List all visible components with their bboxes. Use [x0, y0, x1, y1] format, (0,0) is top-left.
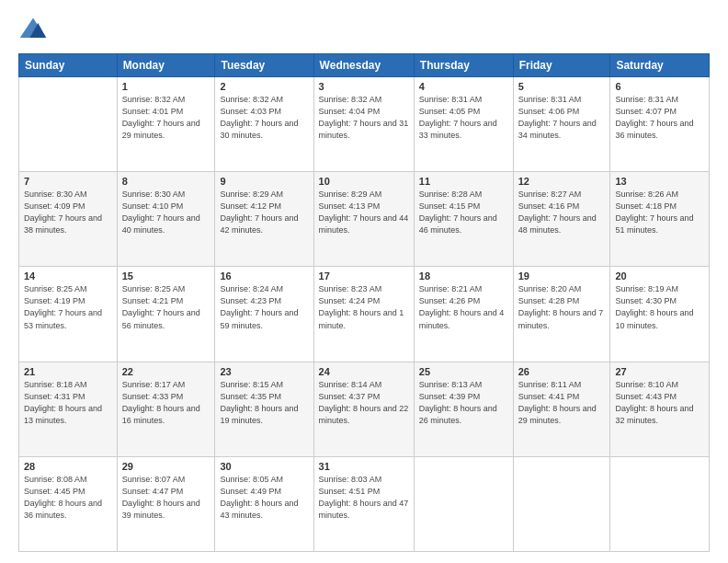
logo-icon: [18, 15, 48, 44]
day-info: Sunrise: 8:08 AMSunset: 4:45 PMDaylight:…: [24, 474, 112, 522]
weekday-header: Tuesday: [215, 54, 313, 77]
day-info: Sunrise: 8:30 AMSunset: 4:09 PMDaylight:…: [24, 189, 112, 236]
day-info: Sunrise: 8:03 AMSunset: 4:51 PMDaylight:…: [319, 474, 409, 522]
day-number: 10: [319, 176, 409, 187]
day-number: 5: [518, 81, 606, 92]
calendar-cell: 6Sunrise: 8:31 AMSunset: 4:07 PMDaylight…: [610, 77, 710, 172]
day-info: Sunrise: 8:11 AMSunset: 4:41 PMDaylight:…: [518, 379, 606, 427]
day-number: 11: [419, 176, 508, 187]
calendar-cell: 5Sunrise: 8:31 AMSunset: 4:06 PMDaylight…: [513, 77, 610, 172]
day-number: 4: [419, 81, 508, 92]
calendar-cell: [19, 77, 118, 172]
day-info: Sunrise: 8:31 AMSunset: 4:06 PMDaylight:…: [518, 94, 606, 142]
day-info: Sunrise: 8:30 AMSunset: 4:10 PMDaylight:…: [122, 189, 210, 236]
day-number: 12: [518, 176, 606, 187]
day-number: 30: [220, 461, 308, 472]
weekday-header: Thursday: [414, 54, 513, 77]
calendar-cell: [414, 456, 513, 551]
day-number: 9: [220, 176, 308, 187]
day-number: 2: [220, 81, 308, 92]
calendar-cell: 27Sunrise: 8:10 AMSunset: 4:43 PMDayligh…: [610, 362, 710, 456]
calendar-cell: 15Sunrise: 8:25 AMSunset: 4:21 PMDayligh…: [117, 267, 215, 362]
day-info: Sunrise: 8:13 AMSunset: 4:39 PMDaylight:…: [419, 379, 508, 427]
calendar-table: SundayMondayTuesdayWednesdayThursdayFrid…: [18, 53, 710, 552]
day-info: Sunrise: 8:29 AMSunset: 4:12 PMDaylight:…: [220, 189, 308, 236]
calendar-cell: 10Sunrise: 8:29 AMSunset: 4:13 PMDayligh…: [313, 172, 414, 267]
day-number: 8: [122, 176, 210, 187]
day-number: 27: [615, 366, 704, 377]
calendar-cell: 4Sunrise: 8:31 AMSunset: 4:05 PMDaylight…: [414, 77, 513, 172]
day-number: 25: [419, 366, 508, 377]
calendar-cell: 17Sunrise: 8:23 AMSunset: 4:24 PMDayligh…: [313, 267, 414, 362]
day-number: 18: [419, 270, 508, 282]
day-info: Sunrise: 8:32 AMSunset: 4:01 PMDaylight:…: [122, 94, 210, 142]
logo: [18, 15, 51, 44]
day-number: 15: [122, 270, 210, 282]
calendar-week-row: 14Sunrise: 8:25 AMSunset: 4:19 PMDayligh…: [19, 267, 710, 362]
calendar-week-row: 28Sunrise: 8:08 AMSunset: 4:45 PMDayligh…: [19, 456, 710, 551]
calendar-cell: 16Sunrise: 8:24 AMSunset: 4:23 PMDayligh…: [215, 267, 313, 362]
calendar-cell: 31Sunrise: 8:03 AMSunset: 4:51 PMDayligh…: [313, 456, 414, 551]
calendar-cell: 19Sunrise: 8:20 AMSunset: 4:28 PMDayligh…: [513, 267, 610, 362]
calendar-cell: 12Sunrise: 8:27 AMSunset: 4:16 PMDayligh…: [513, 172, 610, 267]
day-info: Sunrise: 8:23 AMSunset: 4:24 PMDaylight:…: [319, 283, 409, 331]
day-info: Sunrise: 8:10 AMSunset: 4:43 PMDaylight:…: [615, 379, 704, 427]
day-number: 13: [615, 176, 704, 187]
day-info: Sunrise: 8:25 AMSunset: 4:19 PMDaylight:…: [24, 283, 112, 331]
day-info: Sunrise: 8:19 AMSunset: 4:30 PMDaylight:…: [615, 283, 704, 331]
calendar-cell: 24Sunrise: 8:14 AMSunset: 4:37 PMDayligh…: [313, 362, 414, 456]
day-number: 23: [220, 366, 308, 377]
day-number: 14: [24, 270, 112, 282]
calendar-cell: 2Sunrise: 8:32 AMSunset: 4:03 PMDaylight…: [215, 77, 313, 172]
calendar-week-row: 1Sunrise: 8:32 AMSunset: 4:01 PMDaylight…: [19, 77, 710, 172]
calendar-cell: 9Sunrise: 8:29 AMSunset: 4:12 PMDaylight…: [215, 172, 313, 267]
calendar-body: 1Sunrise: 8:32 AMSunset: 4:01 PMDaylight…: [19, 77, 710, 552]
day-info: Sunrise: 8:31 AMSunset: 4:07 PMDaylight:…: [615, 94, 704, 142]
weekday-header: Sunday: [19, 54, 118, 77]
calendar-cell: 11Sunrise: 8:28 AMSunset: 4:15 PMDayligh…: [414, 172, 513, 267]
day-number: 28: [24, 461, 112, 472]
day-info: Sunrise: 8:31 AMSunset: 4:05 PMDaylight:…: [419, 94, 508, 142]
day-info: Sunrise: 8:24 AMSunset: 4:23 PMDaylight:…: [220, 283, 308, 331]
day-info: Sunrise: 8:26 AMSunset: 4:18 PMDaylight:…: [615, 189, 704, 236]
weekday-header: Monday: [117, 54, 215, 77]
calendar-cell: 26Sunrise: 8:11 AMSunset: 4:41 PMDayligh…: [513, 362, 610, 456]
day-info: Sunrise: 8:27 AMSunset: 4:16 PMDaylight:…: [518, 189, 606, 236]
calendar-cell: 8Sunrise: 8:30 AMSunset: 4:10 PMDaylight…: [117, 172, 215, 267]
calendar-header: SundayMondayTuesdayWednesdayThursdayFrid…: [19, 54, 710, 77]
calendar-cell: 23Sunrise: 8:15 AMSunset: 4:35 PMDayligh…: [215, 362, 313, 456]
day-info: Sunrise: 8:29 AMSunset: 4:13 PMDaylight:…: [319, 189, 409, 236]
day-number: 22: [122, 366, 210, 377]
day-info: Sunrise: 8:07 AMSunset: 4:47 PMDaylight:…: [122, 474, 210, 522]
day-number: 3: [319, 81, 409, 92]
day-info: Sunrise: 8:05 AMSunset: 4:49 PMDaylight:…: [220, 474, 308, 522]
calendar-cell: 14Sunrise: 8:25 AMSunset: 4:19 PMDayligh…: [19, 267, 118, 362]
day-number: 1: [122, 81, 210, 92]
day-number: 16: [220, 270, 308, 282]
day-number: 26: [518, 366, 606, 377]
calendar-cell: 1Sunrise: 8:32 AMSunset: 4:01 PMDaylight…: [117, 77, 215, 172]
day-info: Sunrise: 8:21 AMSunset: 4:26 PMDaylight:…: [419, 283, 508, 331]
day-info: Sunrise: 8:32 AMSunset: 4:03 PMDaylight:…: [220, 94, 308, 142]
day-number: 17: [319, 270, 409, 282]
calendar-cell: 28Sunrise: 8:08 AMSunset: 4:45 PMDayligh…: [19, 456, 118, 551]
day-number: 7: [24, 176, 112, 187]
day-number: 31: [319, 461, 409, 472]
weekday-header: Saturday: [610, 54, 710, 77]
day-info: Sunrise: 8:14 AMSunset: 4:37 PMDaylight:…: [319, 379, 409, 427]
calendar-cell: 22Sunrise: 8:17 AMSunset: 4:33 PMDayligh…: [117, 362, 215, 456]
calendar-cell: 18Sunrise: 8:21 AMSunset: 4:26 PMDayligh…: [414, 267, 513, 362]
day-info: Sunrise: 8:17 AMSunset: 4:33 PMDaylight:…: [122, 379, 210, 427]
page: SundayMondayTuesdayWednesdayThursdayFrid…: [0, 0, 728, 563]
calendar-cell: 13Sunrise: 8:26 AMSunset: 4:18 PMDayligh…: [610, 172, 710, 267]
day-info: Sunrise: 8:25 AMSunset: 4:21 PMDaylight:…: [122, 283, 210, 331]
calendar-cell: 3Sunrise: 8:32 AMSunset: 4:04 PMDaylight…: [313, 77, 414, 172]
calendar-cell: [513, 456, 610, 551]
day-info: Sunrise: 8:32 AMSunset: 4:04 PMDaylight:…: [319, 94, 409, 142]
calendar-week-row: 21Sunrise: 8:18 AMSunset: 4:31 PMDayligh…: [19, 362, 710, 456]
weekday-header: Wednesday: [313, 54, 414, 77]
day-number: 24: [319, 366, 409, 377]
calendar-cell: 20Sunrise: 8:19 AMSunset: 4:30 PMDayligh…: [610, 267, 710, 362]
header: [18, 15, 710, 44]
day-info: Sunrise: 8:15 AMSunset: 4:35 PMDaylight:…: [220, 379, 308, 427]
